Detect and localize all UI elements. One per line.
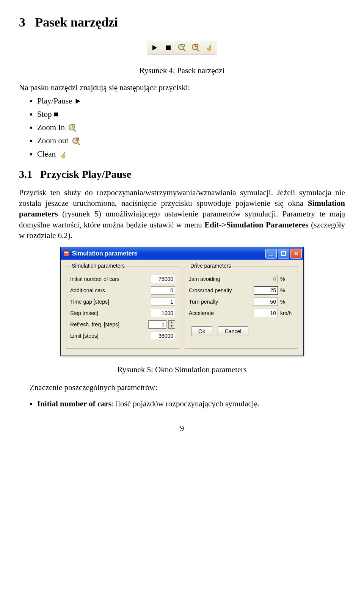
simulation-parameters-dialog: Simulation parameters Simulation paramet… (60, 247, 304, 356)
meaning-line: Znaczenie poszczególnych parametrów: (19, 382, 345, 393)
field-label: Initial number of cars (70, 276, 149, 282)
unit-label: % (280, 276, 294, 282)
play-icon (149, 43, 160, 53)
field-label: Jam avoiding (189, 276, 251, 282)
list-item: Initial number of cars: ilość pojazdów r… (37, 399, 345, 409)
cancel-button[interactable]: Cancel (218, 326, 249, 336)
dialog-titlebar[interactable]: Simulation parameters (61, 247, 303, 260)
stop-icon (163, 43, 174, 53)
section-number: 3 (19, 15, 25, 29)
ok-button[interactable]: Ok (191, 326, 212, 336)
svg-rect-1 (166, 45, 171, 50)
group-legend: Drive parameters (189, 263, 232, 269)
lead-text: Na pasku narzędzi znajdują się następują… (19, 83, 345, 92)
additional-cars-input[interactable] (151, 286, 175, 295)
minimize-button[interactable] (265, 249, 277, 259)
crossroad-penalty-input[interactable] (254, 286, 278, 295)
list-item: Play/Pause ► (37, 96, 345, 106)
turn-penalty-input[interactable] (254, 298, 278, 306)
zoom-in-icon (177, 43, 187, 53)
unit-label: km/h (280, 310, 294, 316)
list-item: Zoom In (37, 123, 345, 132)
step-input[interactable] (151, 309, 175, 317)
svg-rect-23 (64, 252, 68, 253)
zoom-in-icon (68, 124, 77, 132)
clean-icon (59, 151, 67, 159)
field-label: Time gap [steps] (70, 299, 149, 305)
subsection-title-text: Przycisk Play/Pause (40, 168, 131, 180)
clean-icon (204, 43, 215, 53)
app-icon (63, 250, 70, 257)
limit-input[interactable] (151, 332, 175, 340)
svg-rect-25 (282, 252, 286, 255)
simulation-parameters-group: Simulation parameters Initial number of … (66, 266, 179, 349)
unit-label: % (280, 299, 294, 305)
field-label: Crossroad penalty (189, 287, 251, 293)
drive-parameters-group: Drive parameters Jam avoiding % Crossroa… (185, 266, 298, 349)
spinner-up-icon[interactable]: ▲ (169, 321, 175, 324)
svg-marker-0 (152, 45, 157, 50)
field-label: Step [msec] (70, 310, 149, 316)
dialog-title: Simulation parameters (72, 250, 265, 257)
field-label: Refresh. freq. [steps] (70, 321, 146, 328)
subsection-heading: 3.1 Przycisk Play/Pause (19, 168, 345, 180)
page-number: 9 (19, 424, 345, 433)
accelerate-input[interactable] (254, 309, 278, 317)
toolbar-strip (147, 41, 217, 55)
time-gap-input[interactable] (151, 298, 175, 306)
svg-line-8 (197, 49, 199, 51)
field-label: Turn penalty (189, 299, 251, 305)
zoom-out-icon (190, 43, 201, 53)
section-heading: 3 Pasek narzędzi (19, 15, 345, 30)
figure-5: Simulation parameters Simulation paramet… (19, 247, 345, 356)
field-label: Additional cars (70, 287, 149, 293)
initial-cars-input[interactable] (151, 275, 175, 283)
subsection-number: 3.1 (19, 168, 32, 180)
field-label: Limit [steps] (70, 333, 149, 339)
list-item: Clean (37, 149, 345, 159)
jam-avoiding-input (254, 275, 278, 283)
refresh-freq-spinner[interactable]: ▲▼ (168, 320, 175, 329)
spinner-down-icon[interactable]: ▼ (169, 324, 175, 328)
maximize-button[interactable] (278, 249, 289, 259)
svg-rect-24 (269, 255, 273, 255)
figure-4 (19, 41, 345, 55)
svg-line-3 (183, 49, 185, 51)
svg-line-13 (74, 129, 76, 132)
close-button[interactable] (290, 249, 302, 259)
figure-5-caption: Rysunek 5: Okno Simulation parameters (19, 365, 345, 375)
toolbar-button-list: Play/Pause ► Stop ■ Zoom In Zoom out Cle… (19, 96, 345, 159)
svg-line-18 (77, 143, 80, 145)
list-item: Zoom out (37, 136, 345, 146)
zoom-out-icon (72, 137, 80, 146)
list-item: Stop ■ (37, 110, 345, 119)
section-title-text: Pasek narzędzi (35, 15, 118, 29)
paragraph-1: Przycisk ten służy do rozpoczynania/wstr… (19, 187, 345, 241)
dialog-body: Simulation parameters Initial number of … (61, 260, 303, 356)
group-legend: Simulation parameters (70, 263, 126, 269)
field-label: Accelerate (189, 310, 251, 316)
parameter-meaning-list: Initial number of cars: ilość pojazdów r… (19, 399, 345, 409)
figure-4-caption: Rysunek 4: Pasek narzędzi (19, 66, 345, 75)
unit-label: % (280, 287, 294, 293)
refresh-freq-input[interactable] (148, 320, 166, 329)
